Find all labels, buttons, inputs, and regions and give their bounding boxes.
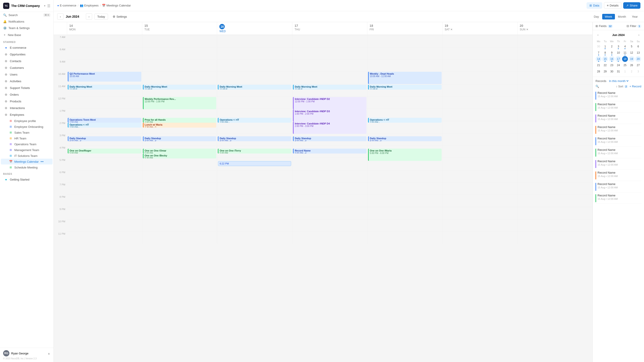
filter-button[interactable]: ⊟ Filter 1	[626, 24, 641, 28]
calendar-event[interactable]: Interview: Candidate #NDP D212:00 PM - 1…	[293, 97, 366, 109]
mini-cal-day[interactable]: 21	[596, 62, 602, 68]
sidebar-item-support-tickets[interactable]: ⊕ Support Tickets	[1, 84, 52, 91]
calendar-event[interactable]: Weekly Performance Rev...12:00 PM - 1:00…	[143, 97, 216, 109]
company-chevron-icon[interactable]: ▾	[44, 4, 46, 7]
calendar-event[interactable]: Interview: Candidate #NDP D42:00 PM - 3:…	[293, 122, 366, 134]
record-item[interactable]: Record Name15 Aug • 12:00 AM	[596, 147, 641, 158]
today-button[interactable]: Today	[94, 14, 108, 20]
breadcrumb-ecommerce[interactable]: ● E-commerce	[57, 4, 76, 7]
calendar-event[interactable]: Operations Teem Meet2:00 PM	[68, 118, 141, 123]
sidebar-toggle-icon[interactable]: ☰	[47, 4, 50, 8]
mini-cal-day[interactable]: 29	[602, 69, 608, 74]
mini-cal-day[interactable]: 22	[602, 62, 608, 68]
sidebar-item-sales-team[interactable]: ⊞ Sales Team	[1, 130, 52, 135]
mini-cal-day[interactable]: 2	[629, 69, 634, 74]
calendar-event[interactable]: One on One /Terry5:00 PM	[218, 149, 291, 153]
calendar-event[interactable]: Daily Standup4:00 PM - 4:	[368, 136, 442, 141]
record-item[interactable]: Record Name15 Aug • 12:00 AM	[596, 192, 641, 204]
record-item[interactable]: Record Name15 Aug • 12:00 AM	[596, 101, 641, 113]
sort-button[interactable]: ↕ Sort 2	[616, 85, 628, 88]
mini-cal-day[interactable]: 12	[629, 50, 634, 56]
sidebar-item-users[interactable]: ⊕ Users	[1, 71, 52, 78]
calendar-event[interactable]: Operations < >IT2:00 PM -	[68, 123, 141, 128]
mini-cal-prev-button[interactable]: ‹	[596, 32, 600, 37]
calendar-event[interactable]: Daily Morning Meet11:00 P	[68, 85, 141, 90]
calendar-event[interactable]: Weekly - Dept Heads10:00 AM - 11:00 AM	[368, 72, 442, 84]
sidebar-item-hr-team[interactable]: ⊞ HR Team	[1, 135, 52, 141]
calendar-event[interactable]: One on One/Roger5:00 PM	[68, 149, 141, 153]
mini-cal-day[interactable]: 17	[616, 56, 621, 62]
search-action[interactable]: 🔍 Search ⌘ K	[0, 12, 54, 18]
mini-cal-day[interactable]: 18	[622, 56, 628, 62]
mini-cal-day[interactable]: 5	[629, 43, 634, 49]
mini-cal-day[interactable]: 14	[596, 56, 602, 62]
mini-cal-day[interactable]: 3	[616, 43, 621, 49]
mini-cal-day[interactable]: 4	[622, 43, 628, 49]
mini-cal-day[interactable]: 1	[602, 43, 608, 49]
sidebar-item-employee-profile[interactable]: ⊞ Employee profile	[1, 118, 52, 124]
mini-cal-day[interactable]: 10	[616, 50, 621, 56]
mini-cal-day[interactable]: 25	[622, 62, 628, 68]
mini-cal-day[interactable]: 1	[622, 69, 628, 74]
mini-cal-day[interactable]: 16	[609, 56, 615, 62]
mini-cal-day[interactable]: 30	[609, 69, 615, 74]
calendar-event[interactable]: Prep for all Hands2:00 PM	[143, 118, 216, 123]
mini-cal-day[interactable]: 19	[629, 56, 634, 62]
mini-cal-day[interactable]: 13	[635, 50, 641, 56]
record-item[interactable]: Record Name15 Aug • 12:00 AM	[596, 158, 641, 170]
calendar-event[interactable]: Record Name5:00 PM - 4:	[293, 149, 366, 153]
calendar-event[interactable]: Operations < >IT2:00 PM -	[218, 118, 291, 123]
sidebar-item-interactions[interactable]: ⊕ Interactions	[1, 105, 52, 111]
calendar-event[interactable]: Daily Morning Meet11:00 P	[143, 85, 216, 90]
record-item[interactable]: Record Name15 Aug • 12:00 AM	[596, 90, 641, 101]
record-item[interactable]: Record Name15 Aug • 12:00 AM	[596, 113, 641, 124]
notifications-action[interactable]: 🔔 Notifications	[0, 18, 54, 25]
settings-button[interactable]: ⚙ Settings	[110, 14, 130, 20]
mini-cal-day[interactable]: 9	[609, 50, 615, 56]
calendar-event[interactable]: Lunch w/ Maria2:30 PM - 3	[143, 123, 216, 128]
user-profile[interactable]: RG Ryan George ▲	[3, 350, 50, 357]
record-item[interactable]: Record Name15 Aug • 12:00 AM	[596, 170, 641, 181]
mini-cal-next-button[interactable]: ›	[636, 32, 641, 37]
mini-cal-day[interactable]: 26	[629, 62, 634, 68]
records-filter[interactable]: In this month In this week Today	[608, 79, 641, 83]
share-button[interactable]: ↗ Share	[623, 2, 640, 9]
calendar-event[interactable]: Q2 Performance Meet10:00 AM	[68, 72, 141, 81]
records-filter-select[interactable]: In this month In this week Today	[608, 79, 629, 83]
prev-month-button[interactable]: ‹	[57, 13, 64, 20]
mini-cal-day[interactable]: 3	[635, 69, 641, 74]
sidebar-item-activities[interactable]: ⊕ Activities	[1, 78, 52, 84]
mini-cal-day[interactable]: 20	[635, 56, 641, 62]
calendar-event[interactable]: One on One /Maria5:00 PM - 6:00 PM	[368, 149, 442, 161]
sidebar-item-opportunities[interactable]: ⊕ Opprtunities	[1, 51, 52, 58]
sidebar-item-employees[interactable]: ⊕ Employees	[1, 111, 52, 118]
week-view-tab[interactable]: Week	[602, 14, 615, 19]
record-item[interactable]: Record Name15 Aug • 12:00 AM	[596, 135, 641, 147]
mini-cal-day[interactable]: 27	[635, 62, 641, 68]
record-item[interactable]: Record Name15 Aug • 12:00 AM	[596, 124, 641, 135]
sidebar-item-ecommerce[interactable]: ● E-commerce	[1, 44, 52, 51]
calendar-event[interactable]: Daily Standup4:00 PM - 4:	[218, 136, 291, 141]
mini-cal-day[interactable]: 2	[609, 43, 615, 49]
calendar-event[interactable]: Interview: Candidate #NDP D31:00 PM - 2:…	[293, 109, 366, 122]
breadcrumb-employees[interactable]: 👥 Employees	[80, 4, 98, 7]
calendar-event[interactable]: One on One /Becky5:30 PM	[143, 153, 216, 158]
mini-cal-day[interactable]: 24	[616, 62, 621, 68]
calendar-event[interactable]: Daily Morning Meet11:00 P	[218, 85, 291, 90]
sidebar-item-customers[interactable]: ⊕ Customers	[1, 64, 52, 71]
mini-cal-day[interactable]: 31	[616, 69, 621, 74]
mini-cal-day[interactable]: 7	[596, 50, 602, 56]
sidebar-item-operations-team[interactable]: ⊞ Operations Team	[1, 141, 52, 147]
calendar-event[interactable]: Operations < >IT2:00 PM -	[368, 118, 442, 123]
sidebar-item-contacts[interactable]: ⊕ Contacts	[1, 58, 52, 64]
calendar-event[interactable]: Daily Standup4:00 PM - 4:	[68, 136, 141, 141]
team-settings-action[interactable]: ⚙️ Team & Settings	[0, 25, 54, 31]
mini-cal-day[interactable]: 8	[602, 50, 608, 56]
mini-cal-day[interactable]: 30	[596, 43, 602, 49]
year-view-tab[interactable]: Year	[629, 14, 640, 19]
details-tab-button[interactable]: ≡ Details	[604, 2, 622, 9]
sidebar-item-getting-started[interactable]: ● Getting Started	[1, 176, 52, 183]
day-view-tab[interactable]: Day	[591, 14, 602, 19]
next-month-button[interactable]: ›	[86, 13, 92, 20]
record-item[interactable]: Record Name15 Aug • 12:00 AM	[596, 181, 641, 192]
